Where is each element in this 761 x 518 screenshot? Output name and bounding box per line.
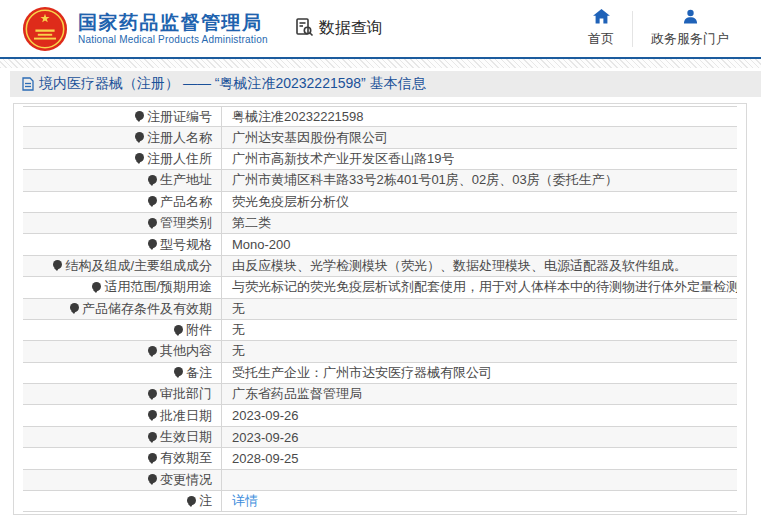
row-value: 无 xyxy=(222,342,245,360)
row-label: 适用范围/预期用途 xyxy=(23,277,222,297)
row-label: 变更情况 xyxy=(23,470,222,490)
row-value: 无 xyxy=(222,300,245,318)
row-value: 无 xyxy=(222,321,245,339)
table-row: 其他内容 无 xyxy=(23,341,737,362)
hatch-texture-band xyxy=(0,59,761,68)
nav-home-label: 首页 xyxy=(588,30,614,48)
row-label: 注册人名称 xyxy=(23,127,222,147)
data-query-nav[interactable]: 数据查询 xyxy=(294,17,383,41)
row-label: 批准日期 xyxy=(23,405,222,425)
row-value: 粤械注准20232221598 xyxy=(222,108,364,126)
table-row: 产品储存条件及有效期 无 xyxy=(23,299,737,320)
user-icon xyxy=(683,9,698,27)
site-subtitle: National Medical Products Administration xyxy=(78,34,268,45)
row-label: 附件 xyxy=(23,320,222,340)
row-value: 与荧光标记的荧光免疫层析试剂配套使用，用于对人体样本中的待测物进行体外定量检测。 xyxy=(222,278,737,296)
row-value: 广东省药品监督管理局 xyxy=(222,385,362,403)
info-table: 注册证编号 粤械注准20232221598 注册人名称 广州达安基因股份有限公司… xyxy=(23,106,737,512)
note-balloon-icon xyxy=(148,410,158,421)
row-value: Mono-200 xyxy=(222,237,291,252)
row-label: 备注 xyxy=(23,363,222,383)
row-label: 结构及组成/主要组成成分 xyxy=(23,256,222,276)
row-label: 产品储存条件及有效期 xyxy=(23,299,222,319)
table-row: 注册证编号 粤械注准20232221598 xyxy=(23,106,737,127)
note-balloon-icon xyxy=(135,132,145,143)
row-value: 广州市黄埔区科丰路33号2栋401号01房、02房、03房（委托生产） xyxy=(222,171,618,189)
note-balloon-icon xyxy=(148,453,158,464)
row-value: 2028-09-25 xyxy=(222,451,299,466)
table-row: 附件 无 xyxy=(23,320,737,341)
table-row: 适用范围/预期用途 与荧光标记的荧光免疫层析试剂配套使用，用于对人体样本中的待测… xyxy=(23,277,737,298)
table-row: 管理类别 第二类 xyxy=(23,213,737,234)
note-balloon-icon xyxy=(148,432,158,443)
note-balloon-icon xyxy=(187,496,197,507)
note-balloon-icon xyxy=(174,367,184,378)
breadcrumb: 境内医疗器械（注册） —— “粤械注准20232221598” 基本信息 xyxy=(10,71,761,97)
row-value: 广州达安基因股份有限公司 xyxy=(222,129,388,147)
table-row: 备注 受托生产企业：广州市达安医疗器械有限公司 xyxy=(23,363,737,384)
row-value: 2023-09-26 xyxy=(222,430,299,445)
note-balloon-icon xyxy=(174,325,184,336)
table-row: 审批部门 广东省药品监督管理局 xyxy=(23,384,737,405)
row-label: 管理类别 xyxy=(23,213,222,233)
row-value: 由反应模块、光学检测模块（荧光）、数据处理模块、电源适配器及软件组成。 xyxy=(222,257,687,275)
row-label: 生产地址 xyxy=(23,170,222,190)
row-label: 注册人住所 xyxy=(23,149,222,169)
table-row: 产品名称 荧光免疫层析分析仪 xyxy=(23,192,737,213)
data-query-label: 数据查询 xyxy=(319,18,383,39)
note-balloon-icon xyxy=(148,474,158,485)
nav-portal[interactable]: 政务服务门户 xyxy=(633,9,747,48)
brand[interactable]: 国家药品监督管理局 National Medical Products Admi… xyxy=(22,6,268,52)
row-label: 审批部门 xyxy=(23,384,222,404)
nav-portal-label: 政务服务门户 xyxy=(651,30,729,48)
breadcrumb-text: 境内医疗器械（注册） —— “粤械注准20232221598” 基本信息 xyxy=(39,75,426,93)
info-card: 注册证编号 粤械注准20232221598 注册人名称 广州达安基因股份有限公司… xyxy=(13,103,747,515)
row-value: 2023-09-26 xyxy=(222,408,299,423)
table-row: 生产地址 广州市黄埔区科丰路33号2栋401号01房、02房、03房（委托生产） xyxy=(23,170,737,191)
note-balloon-icon xyxy=(148,239,158,250)
header-nav: 首页 政务服务门户 xyxy=(570,9,747,48)
site-title: 国家药品监督管理局 xyxy=(78,12,268,34)
detail-link[interactable]: 详情 xyxy=(232,493,258,508)
table-row: 注册人住所 广州市高新技术产业开发区香山路19号 xyxy=(23,149,737,170)
row-value: 广州市高新技术产业开发区香山路19号 xyxy=(222,150,454,168)
row-label: 产品名称 xyxy=(23,192,222,212)
table-row: 结构及组成/主要组成成分 由反应模块、光学检测模块（荧光）、数据处理模块、电源适… xyxy=(23,256,737,277)
note-balloon-icon xyxy=(148,218,158,229)
table-row: 变更情况 xyxy=(23,470,737,491)
row-label: 注册证编号 xyxy=(23,107,222,126)
row-label: 有效期至 xyxy=(23,448,222,468)
nav-home[interactable]: 首页 xyxy=(570,9,632,48)
note-balloon-icon xyxy=(92,282,102,293)
table-row: 注 详情 xyxy=(23,491,737,512)
table-row: 型号规格 Mono-200 xyxy=(23,234,737,255)
note-balloon-icon xyxy=(135,153,145,164)
site-header: 国家药品监督管理局 National Medical Products Admi… xyxy=(0,0,761,57)
table-row: 生效日期 2023-09-26 xyxy=(23,427,737,448)
note-balloon-icon xyxy=(148,346,158,357)
row-value: 第二类 xyxy=(222,214,271,232)
note-balloon-icon xyxy=(53,260,63,271)
row-label: 型号规格 xyxy=(23,234,222,254)
row-value: 详情 xyxy=(222,492,258,510)
row-value: 受托生产企业：广州市达安医疗器械有限公司 xyxy=(222,364,492,382)
document-icon xyxy=(22,77,34,91)
note-balloon-icon xyxy=(135,111,145,122)
note-balloon-icon xyxy=(148,196,158,207)
table-row: 批准日期 2023-09-26 xyxy=(23,405,737,426)
row-label: 其他内容 xyxy=(23,341,222,361)
note-balloon-icon xyxy=(148,175,158,186)
note-balloon-icon xyxy=(148,389,158,400)
row-label: 注 xyxy=(23,491,222,511)
national-emblem-logo xyxy=(22,6,68,52)
table-row: 注册人名称 广州达安基因股份有限公司 xyxy=(23,127,737,148)
table-row: 有效期至 2028-09-25 xyxy=(23,448,737,469)
note-balloon-icon xyxy=(70,303,80,314)
home-icon xyxy=(593,9,610,27)
row-value: 荧光免疫层析分析仪 xyxy=(222,193,349,211)
row-label: 生效日期 xyxy=(23,427,222,447)
document-search-icon xyxy=(294,17,314,41)
